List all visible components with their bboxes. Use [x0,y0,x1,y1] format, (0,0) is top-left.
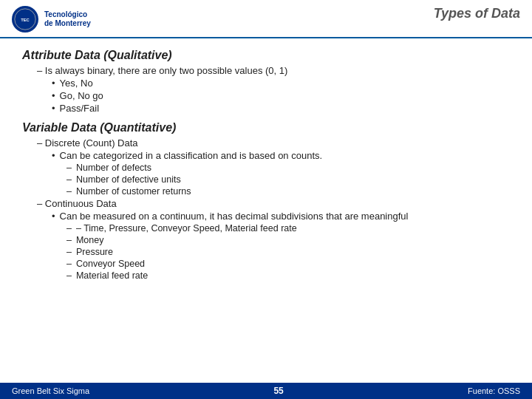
attribute-subtitle-text: – Is always binary, there are only two p… [37,65,287,76]
continuous-label-text: – Continuous Data [37,198,117,209]
page-title: Types of Data [434,6,520,21]
sub-dash-icon-pressure: – [66,247,72,257]
sub-dash-icon-1: – [66,163,72,173]
continuous-bullet: • Can be measured on a continuum, it has… [52,211,510,222]
bullet-icon-1: • [52,78,55,89]
continuous-sub-header: – – Time, Pressure, Conveyor Speed, Mate… [66,223,510,233]
discrete-label: – Discrete (Count) Data [37,137,510,149]
attribute-subtitle: – Is always binary, there are only two p… [37,65,510,76]
sub-dash-icon-3: – [66,186,72,197]
attribute-section: Attribute Data (Qualitative) – Is always… [22,49,510,114]
variable-title: Variable Data (Quantitative) [22,121,510,134]
continuous-sub-conveyor: – Conveyor Speed [66,259,510,269]
attribute-bullet-2: • Go, No go [52,90,510,101]
discrete-sub-3: – Number of customer returns [66,186,510,197]
header: TEC Tecnológico de Monterrey Types of Da… [0,0,532,38]
footer: Green Belt Six Sigma 55 Fuente: OSSS [0,383,532,399]
bullet-icon-3: • [52,103,55,114]
discrete-sub-1: – Number of defects [66,163,510,173]
continuous-label: – Continuous Data [37,198,510,209]
continuous-sub-feed: – Material feed rate [66,270,510,281]
svg-text:TEC: TEC [21,18,30,22]
footer-right: Fuente: OSSS [468,386,520,395]
sub-dash-icon-header: – [66,223,72,233]
variable-section: Variable Data (Quantitative) – Discrete … [22,121,510,281]
footer-center: 55 [273,386,283,396]
bullet-icon-2: • [52,90,55,101]
discrete-sub-2: – Number of defective units [66,174,510,185]
discrete-label-text: – Discrete (Count) Data [37,137,138,149]
attribute-title: Attribute Data (Qualitative) [22,49,510,62]
sub-dash-icon-2: – [66,174,72,185]
continuous-sub-money: – Money [66,235,510,245]
discrete-bullet: • Can be categorized in a classification… [52,150,510,161]
footer-left: Green Belt Six Sigma [12,386,89,395]
attribute-bullet-3: • Pass/Fail [52,103,510,114]
logo-circle: TEC [12,6,38,33]
logo-area: TEC Tecnológico de Monterrey [12,6,91,33]
sub-dash-icon-money: – [66,235,72,245]
discrete-bullet-icon: • [52,150,55,161]
attribute-bullet-1: • Yes, No [52,78,510,89]
continuous-sub-pressure: – Pressure [66,247,510,257]
sub-dash-icon-conveyor: – [66,259,72,269]
main-content: Attribute Data (Qualitative) – Is always… [0,38,532,290]
sub-dash-icon-feed: – [66,270,72,281]
logo-text: Tecnológico de Monterrey [44,10,91,28]
continuous-bullet-icon: • [52,211,55,222]
